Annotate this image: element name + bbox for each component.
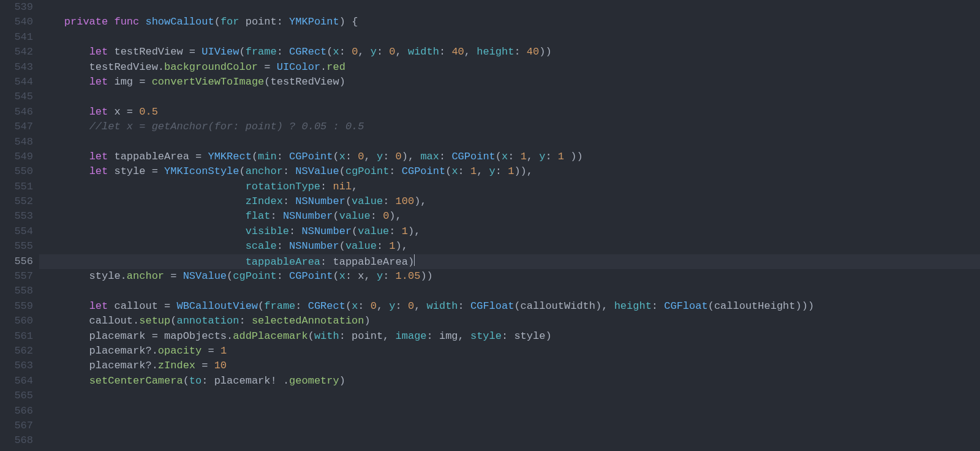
- token: anchor: [127, 270, 164, 282]
- token: :: [377, 46, 389, 58]
- code-line[interactable]: [39, 404, 980, 419]
- token: : tappableArea): [320, 256, 414, 268]
- token: tappableArea: [246, 256, 320, 268]
- line-number: 548: [0, 135, 33, 150]
- token: let: [89, 46, 108, 58]
- code-line[interactable]: flat: NSNumber(value: 0),: [39, 209, 980, 224]
- line-number: 545: [0, 89, 33, 104]
- code-line[interactable]: callout.setup(annotation: selectedAnnota…: [39, 314, 980, 328]
- token: 1.05: [396, 270, 421, 282]
- token: let: [89, 165, 108, 177]
- token: :: [389, 165, 401, 177]
- token: )),: [514, 165, 533, 177]
- token: YMKPoint: [289, 16, 339, 28]
- token: (: [214, 16, 221, 28]
- token: nil: [333, 181, 352, 192]
- code-line[interactable]: let callout = WBCalloutView(frame: CGRec…: [39, 299, 980, 314]
- code-line[interactable]: [39, 419, 980, 433]
- token: YMKIconStyle: [164, 165, 239, 177]
- token: placemark?.: [39, 360, 158, 371]
- code-line[interactable]: //let x = getAnchor(for: point) ? 0.05 :…: [39, 119, 980, 134]
- token: x: [502, 151, 508, 162]
- code-line[interactable]: [39, 30, 980, 45]
- line-number-gutter: 5395405415425435445455465475485495505515…: [0, 0, 39, 451]
- token: max: [420, 151, 439, 162]
- token: :: [277, 46, 289, 58]
- token: [39, 106, 89, 118]
- token: with: [314, 330, 339, 342]
- code-line[interactable]: placemark = mapObjects.addPlacemark(with…: [39, 329, 980, 344]
- line-number: 540: [0, 15, 33, 29]
- line-number: 553: [0, 209, 33, 224]
- code-line[interactable]: visible: NSNumber(value: 1),: [39, 224, 980, 239]
- token: value: [339, 210, 371, 222]
- code-line[interactable]: [39, 433, 980, 448]
- code-line[interactable]: let testRedView = UIView(frame: CGRect(x…: [39, 45, 980, 59]
- token: (: [170, 315, 176, 327]
- line-number: 567: [0, 419, 33, 433]
- code-line[interactable]: placemark?.zIndex = 10: [39, 358, 980, 373]
- token: NSNumber: [301, 226, 352, 237]
- code-line[interactable]: let style = YMKIconStyle(anchor: NSValue…: [39, 164, 980, 179]
- token: (: [352, 226, 358, 237]
- token: annotation: [176, 315, 239, 327]
- token: (: [227, 270, 233, 282]
- code-line[interactable]: [39, 388, 980, 403]
- token: (: [252, 151, 258, 162]
- code-line[interactable]: placemark?.opacity = 1: [39, 344, 980, 358]
- token: :: [277, 270, 289, 282]
- token: (: [333, 210, 339, 222]
- token: addPlacemark: [233, 330, 307, 342]
- token: (: [345, 300, 352, 312]
- token: showCallout: [145, 16, 214, 28]
- line-number: 556: [0, 254, 33, 269]
- token: :: [371, 210, 383, 222]
- token: 0: [408, 300, 414, 312]
- token: ,: [377, 300, 389, 312]
- code-line[interactable]: [39, 135, 980, 150]
- code-line[interactable]: let img = convertViewToImage(testRedView…: [39, 75, 980, 89]
- token: :: [345, 151, 358, 162]
- token: : x,: [345, 270, 377, 282]
- line-number: 566: [0, 404, 33, 419]
- code-line[interactable]: tappableArea: tappableArea): [39, 254, 980, 269]
- token: ,: [477, 165, 489, 177]
- token: : point,: [339, 330, 396, 342]
- token: 1: [221, 345, 227, 357]
- code-line[interactable]: [39, 0, 980, 15]
- token: value: [345, 240, 377, 252]
- code-line[interactable]: scale: NSNumber(value: 1),: [39, 239, 980, 254]
- code-line[interactable]: zIndex: NSNumber(value: 100),: [39, 194, 980, 209]
- token: (: [345, 195, 352, 207]
- token: x: [333, 46, 339, 58]
- token: [39, 240, 246, 252]
- code-line[interactable]: let x = 0.5: [39, 105, 980, 119]
- code-line[interactable]: rotationType: nil,: [39, 180, 980, 194]
- code-line[interactable]: testRedView.backgroundColor = UIColor.re…: [39, 60, 980, 75]
- token: testRedView =: [108, 46, 202, 58]
- code-line[interactable]: let tappableArea = YMKRect(min: CGPoint(…: [39, 150, 980, 164]
- token: image: [396, 330, 427, 342]
- token: zIndex: [246, 195, 283, 207]
- code-line[interactable]: style.anchor = NSValue(cgPoint: CGPoint(…: [39, 269, 980, 284]
- token: let: [89, 106, 108, 118]
- token: tappableArea =: [108, 151, 208, 162]
- code-editor[interactable]: 5395405415425435445455465475485495505515…: [0, 0, 980, 451]
- token: (testRedView): [264, 76, 345, 88]
- token: :: [295, 300, 307, 312]
- token: :: [458, 300, 470, 312]
- token: CGPoint: [289, 151, 333, 162]
- token: width: [408, 46, 439, 58]
- line-number: 561: [0, 329, 33, 344]
- token: geometry: [289, 375, 339, 387]
- line-number: 546: [0, 105, 33, 119]
- code-line[interactable]: setCenterCamera(to: placemark! .geometry…: [39, 374, 980, 388]
- code-area[interactable]: private func showCallout(for point: YMKP…: [39, 0, 980, 451]
- token: CGRect: [289, 46, 326, 58]
- token: =: [164, 270, 183, 282]
- token: [39, 151, 89, 162]
- code-line[interactable]: [39, 89, 980, 104]
- code-line[interactable]: private func showCallout(for point: YMKP…: [39, 15, 980, 29]
- token: value: [352, 195, 383, 207]
- code-line[interactable]: [39, 284, 980, 298]
